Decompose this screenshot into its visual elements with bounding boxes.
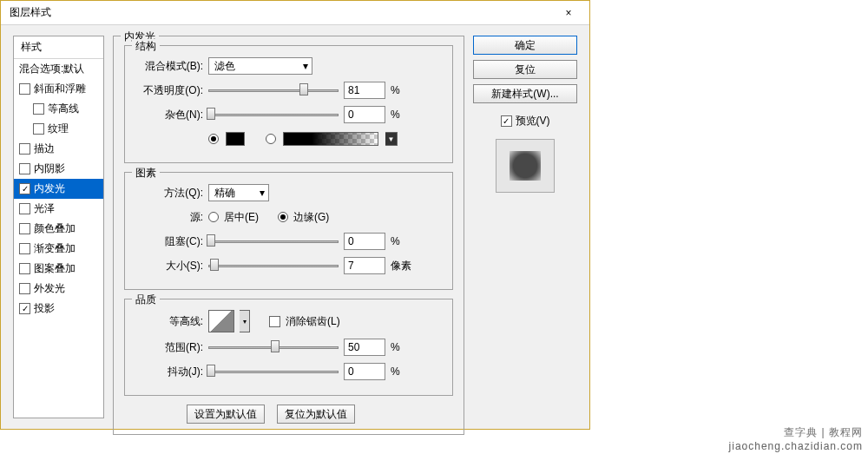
sidebar-item-label: 颜色叠加 [34,221,76,236]
sidebar-item-label: 投影 [34,301,55,316]
sidebar-checkbox[interactable] [19,283,30,294]
close-button[interactable]: × [553,3,584,23]
quality-title: 品质 [132,293,160,307]
jitter-slider[interactable] [208,364,339,379]
sidebar-checkbox[interactable] [19,303,30,314]
sidebar-checkbox[interactable] [19,263,30,274]
sidebar-checkbox[interactable] [19,143,30,155]
jitter-label: 抖动(J): [135,365,203,379]
new-style-button[interactable]: 新建样式(W)... [473,84,577,103]
sidebar-item-label: 等高线 [48,102,79,116]
sidebar-item-7[interactable]: 颜色叠加 [14,219,103,239]
source-label: 源: [135,210,203,225]
sidebar-item-11[interactable]: 投影 [14,299,103,319]
sidebar-checkbox[interactable] [19,203,30,214]
sidebar-item-label: 光泽 [34,201,55,216]
opacity-label: 不透明度(O): [135,83,203,98]
opacity-input[interactable]: 81 [344,82,385,99]
blend-mode-select[interactable]: 滤色 ▾ [208,57,312,75]
source-center-radio[interactable] [208,212,219,222]
sidebar-item-label: 描边 [34,141,55,156]
opacity-slider[interactable] [208,82,339,98]
sidebar-item-label: 渐变叠加 [34,241,76,256]
close-icon: × [565,7,571,19]
ok-button[interactable]: 确定 [473,36,577,55]
antialias-checkbox[interactable] [269,316,280,327]
size-slider[interactable] [208,258,339,273]
sidebar-item-8[interactable]: 渐变叠加 [14,239,103,259]
sidebar-checkbox[interactable] [19,243,30,254]
sidebar-checkbox[interactable] [19,183,30,194]
contour-dropdown-icon[interactable]: ▾ [240,310,250,332]
quality-subgroup: 品质 等高线: ▾ 消除锯齿(L) 范围(R): 50 % [124,299,453,396]
sidebar-header[interactable]: 样式 [14,36,103,59]
sidebar-item-label: 图案叠加 [34,261,76,276]
right-column: 确定 复位 新建样式(W)... 预览(V) [473,36,577,418]
sidebar-item-3[interactable]: 描边 [14,139,103,159]
choke-label: 阻塞(C): [135,234,203,249]
watermark-line2: jiaocheng.chazidian.com [729,440,863,452]
sidebar-item-label: 外发光 [34,281,65,296]
cancel-button[interactable]: 复位 [473,60,577,79]
noise-slider[interactable] [208,107,339,122]
sidebar-checkbox[interactable] [33,103,44,115]
chevron-down-icon: ▾ [303,60,308,72]
size-input[interactable]: 7 [344,257,385,274]
gradient-radio[interactable] [266,134,276,144]
sidebar-checkbox[interactable] [19,223,30,234]
sidebar-item-1[interactable]: 等高线 [14,99,103,119]
preview-label: 预览(V) [516,114,550,128]
antialias-label: 消除锯齿(L) [286,314,340,329]
window-title: 图层样式 [10,5,51,20]
sidebar-blend-options[interactable]: 混合选项:默认 [14,59,103,79]
sidebar-item-2[interactable]: 纹理 [14,119,103,139]
choke-slider[interactable] [208,234,339,249]
sidebar-checkbox[interactable] [33,123,44,135]
sidebar-item-9[interactable]: 图案叠加 [14,259,103,279]
choke-input[interactable]: 0 [344,233,385,250]
sidebar-item-0[interactable]: 斜面和浮雕 [14,79,103,99]
blend-mode-label: 混合模式(B): [135,59,203,74]
preview-checkbox[interactable] [501,115,512,127]
technique-select[interactable]: 精确 ▾ [208,184,269,201]
sidebar-item-10[interactable]: 外发光 [14,279,103,299]
sidebar-checkbox[interactable] [19,83,30,95]
sidebar-item-6[interactable]: 光泽 [14,199,103,219]
sidebar-item-5[interactable]: 内发光 [14,179,103,199]
sidebar-item-4[interactable]: 内阴影 [14,159,103,179]
source-edge-radio[interactable] [278,212,288,222]
preview-box [496,139,555,193]
sidebar-item-label: 斜面和浮雕 [34,82,86,96]
main-panel: 内发光 结构 混合模式(B): 滤色 ▾ 不透明度(O): 81 [113,36,464,418]
contour-swatch[interactable] [208,310,234,332]
jitter-input[interactable]: 0 [344,363,385,380]
contour-label: 等高线: [135,314,203,329]
sidebar-item-label: 纹理 [48,122,69,136]
technique-label: 方法(Q): [135,186,203,201]
elements-subgroup: 图素 方法(Q): 精确 ▾ 源: 居中(E) 边缘 [124,172,453,290]
range-label: 范围(R): [135,340,203,355]
source-edge-label: 边缘(G) [293,210,329,225]
styles-sidebar: 样式 混合选项:默认 斜面和浮雕等高线纹理描边内阴影内发光光泽颜色叠加渐变叠加图… [13,36,104,418]
glow-gradient-swatch[interactable] [283,132,378,146]
layer-style-dialog: 图层样式 × 样式 混合选项:默认 斜面和浮雕等高线纹理描边内阴影内发光光泽颜色… [0,0,590,430]
make-default-button[interactable]: 设置为默认值 [187,405,265,424]
sidebar-item-label: 内阴影 [34,161,65,176]
watermark-line1: 查字典 | 教程网 [784,425,863,440]
range-slider[interactable] [208,339,339,355]
sidebar-checkbox[interactable] [19,163,30,174]
range-input[interactable]: 50 [344,339,385,356]
structure-title: 结构 [132,39,160,54]
elements-title: 图素 [132,166,160,181]
noise-label: 杂色(N): [135,108,203,122]
titlebar: 图层样式 × [1,1,589,25]
inner-glow-group: 内发光 结构 混合模式(B): 滤色 ▾ 不透明度(O): 81 [113,36,464,435]
reset-default-button[interactable]: 复位为默认值 [277,405,355,424]
noise-input[interactable]: 0 [344,106,385,123]
structure-subgroup: 结构 混合模式(B): 滤色 ▾ 不透明度(O): 81 % [124,45,453,163]
glow-color-swatch[interactable] [226,132,245,146]
color-radio[interactable] [208,134,219,144]
size-label: 大小(S): [135,259,203,273]
gradient-dropdown-icon[interactable]: ▼ [385,132,398,146]
chevron-down-icon: ▾ [260,187,265,199]
